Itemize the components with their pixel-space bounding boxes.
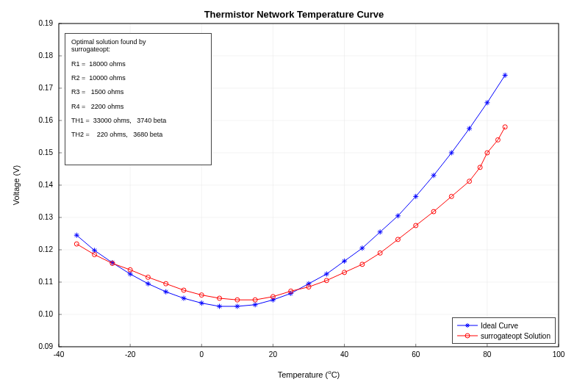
x-axis-label-text: Temperature (oC) — [278, 370, 340, 379]
svg-text:0.09: 0.09 — [39, 342, 54, 350]
svg-text:0.18: 0.18 — [39, 51, 54, 60]
svg-text:0.14: 0.14 — [39, 181, 54, 189]
legend: Ideal Curve surrogateopt Solution — [452, 317, 556, 344]
svg-text:100: 100 — [553, 350, 565, 358]
legend-entry: surrogateopt Solution — [457, 331, 551, 341]
legend-swatch-surrogate — [457, 331, 478, 340]
y-axis-label: Voltage (V) — [12, 24, 26, 347]
svg-text:0.11: 0.11 — [39, 278, 54, 286]
svg-text:0.12: 0.12 — [39, 245, 54, 253]
svg-text:40: 40 — [340, 350, 349, 358]
svg-text:0: 0 — [200, 350, 204, 358]
svg-point-158 — [74, 242, 79, 246]
annotation-box: Optimal solution found by surrogateopt: … — [65, 33, 212, 165]
legend-label: surrogateopt Solution — [481, 332, 551, 340]
svg-text:0.16: 0.16 — [39, 116, 54, 124]
annotation-line: R1 = 18000 ohms — [71, 60, 207, 68]
annotation-line: R2 = 10000 ohms — [71, 74, 207, 82]
svg-text:60: 60 — [412, 350, 420, 358]
annotation-line: R3 = 1500 ohms — [71, 88, 207, 96]
x-axis-label: Temperature (oC) — [59, 369, 559, 379]
svg-text:20: 20 — [269, 350, 278, 358]
legend-swatch-ideal — [457, 321, 478, 330]
annotation-line: R4 = 2200 ohms — [71, 103, 207, 110]
svg-text:-40: -40 — [54, 350, 65, 358]
chart-title: Thermistor Network Temperature Curve — [0, 9, 588, 20]
svg-text:0.19: 0.19 — [39, 19, 54, 27]
svg-text:0.10: 0.10 — [39, 310, 54, 318]
svg-text:0.15: 0.15 — [39, 148, 54, 156]
svg-text:-20: -20 — [125, 350, 136, 358]
svg-text:0.13: 0.13 — [39, 213, 54, 221]
figure: Thermistor Network Temperature Curve -40… — [0, 0, 588, 382]
annotation-line: TH1 = 33000 ohms, 3740 beta — [71, 117, 207, 124]
svg-text:0.17: 0.17 — [39, 84, 54, 92]
annotation-line: TH2 = 220 ohms, 3680 beta — [71, 131, 207, 138]
annotation-header: Optimal solution found by surrogateopt: — [71, 38, 207, 54]
legend-entry: Ideal Curve — [457, 320, 551, 331]
svg-text:80: 80 — [483, 350, 492, 358]
legend-label: Ideal Curve — [481, 322, 518, 330]
